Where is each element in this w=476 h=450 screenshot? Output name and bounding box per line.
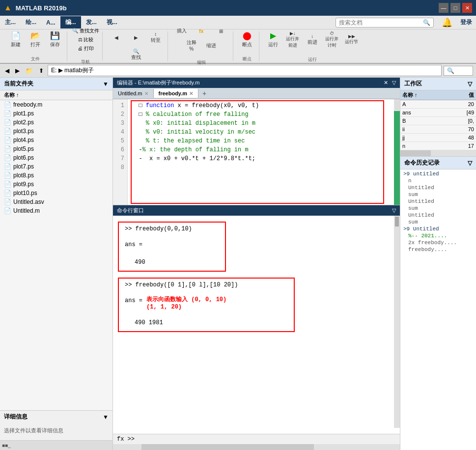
hist-item-0[interactable]: >9 untitled [402,170,474,177]
file-item-plot3[interactable]: 📄 plot3.ps [0,127,112,136]
ws-row-ii[interactable]: ii 70 [400,125,476,134]
hist-item-11[interactable]: freebody.... [402,246,474,253]
open-button[interactable]: 📂 打开 [27,30,44,49]
menu-editor[interactable]: 编... [60,16,81,28]
hist-item-4[interactable]: Untitled [402,198,474,205]
hist-item-2[interactable]: Untitled [402,184,474,191]
menu-plot[interactable]: 绘... [21,16,41,28]
goto-button[interactable]: ↕ 转至 [147,30,165,45]
detail-dropdown[interactable]: ▼ [103,414,109,421]
editor-scrollbar[interactable] [394,99,400,205]
ws-row-ans[interactable]: ans [49 [400,109,476,117]
notification-icon[interactable]: 🔔 [438,17,456,28]
menu-home[interactable]: 主... [0,16,21,28]
login-button[interactable]: 登录 [456,18,476,27]
close-button[interactable]: ✕ [462,3,472,13]
find-file-btn[interactable]: 🔍 查找文件 [72,28,99,34]
history-expand[interactable]: ▽ [468,160,472,167]
run-section-button[interactable]: ▶▶ 运行节 [343,33,361,46]
cmd-input-bar[interactable]: fx >> [113,434,400,444]
search-input[interactable] [339,19,423,26]
line-num-3: 3 [116,119,124,128]
tab-untitled[interactable]: Untitled.m ✕ [113,89,154,98]
hist-item-6[interactable]: Untitled [402,212,474,219]
menu-view[interactable]: 视... [102,16,122,28]
advance-button[interactable]: ↓ 前进 [304,32,321,47]
indent-button[interactable]: 缩进 [202,41,220,50]
hist-item-1[interactable]: n [402,177,474,184]
file-item-plot5[interactable]: 📄 plot5.ps [0,144,112,153]
nav-back-btn[interactable]: ◀ [3,66,11,75]
tab-untitled-close[interactable]: ✕ [144,91,148,96]
hist-item-10[interactable]: 2x freebody.... [402,239,474,246]
file-item-freebody[interactable]: 📄 freebody.m [0,100,112,109]
hist-item-3[interactable]: sum [402,191,474,198]
menu-app[interactable]: A... [41,17,60,28]
fx-button[interactable]: fx [193,28,210,35]
nav-up-btn[interactable]: ⬆ [37,66,46,75]
file-item-plot2[interactable]: 📄 plot2.ps [0,118,112,127]
run-button[interactable]: ▶ 运行 [264,30,282,49]
tab-add-button[interactable]: + [198,88,210,99]
matrix-button[interactable]: ⊞ [212,28,230,35]
file-item-plot9[interactable]: 📄 plot9.ps [0,180,112,189]
cmd-scroll-thumb[interactable] [395,217,399,226]
tab-freebody[interactable]: freebody.m ✕ [154,89,198,98]
compare-btn[interactable]: ⚖ 比较 [78,36,94,43]
hist-item-9[interactable]: %-- 2021.... [402,232,474,239]
breakpoint-button[interactable]: ⬤ 断点 [238,30,256,49]
file-item-plot10[interactable]: 📄 plot10.ps [0,189,112,197]
file-item-plot4[interactable]: 📄 plot4.ps [0,136,112,144]
file-icon: 📄 [4,137,11,143]
tab-freebody-close[interactable]: ✕ [189,91,193,96]
editor-close-icon[interactable]: ✕ [384,80,388,86]
cmd-expand-icon[interactable]: ▽ [392,207,396,214]
workspace-expand[interactable]: ▽ [468,81,472,87]
hist-item-7[interactable]: sum [402,219,474,225]
file-item-plot6[interactable]: 📄 plot6.ps [0,153,112,162]
ws-row-jj[interactable]: jj 48 [400,134,476,142]
nav-back-button[interactable]: ◀ [108,34,125,41]
comment-button[interactable]: 注释 % [183,38,200,53]
file-item-untitled-m[interactable]: 📄 Untitled.m [0,206,112,215]
maximize-button[interactable]: □ [450,3,460,13]
file-item-plot7[interactable]: 📄 plot7.ps [0,162,112,171]
nav-fwd-btn[interactable]: ▶ [13,66,22,75]
ws-scrollbar[interactable] [400,150,476,156]
ws-scroll-thumb[interactable] [400,150,431,156]
file-item-plot1[interactable]: 📄 plot1.ps [0,109,112,118]
print-btn[interactable]: 🖨 打印 [78,45,94,52]
run-time-button[interactable]: ⏱ 运行并 计时 [323,30,341,50]
file-item-untitled-asv[interactable]: 📄 Untitled.asv [0,197,112,206]
run-advance-button[interactable]: ▶↓ 运行并 前进 [284,30,302,50]
file-item-plot8[interactable]: 📄 plot8.ps [0,171,112,180]
cmd-scroll-h-thumb[interactable] [141,444,313,450]
insert-button[interactable]: 插入 [173,27,191,35]
nav-folder-icon: 📁 [24,66,35,75]
new-button[interactable]: 📄 新建 [7,30,25,49]
find-button[interactable]: 🔍 查找 [127,48,145,62]
cmd-scrollbar[interactable] [394,216,400,428]
minimize-button[interactable]: — [439,3,448,13]
ws-name-header: 名称 ↑ [402,91,449,99]
menu-publish[interactable]: 发... [81,16,102,28]
editor-expand-icon[interactable]: ▽ [392,80,396,86]
ws-row-B[interactable]: B [0, [400,117,476,125]
code-area[interactable]: □ function x = freebody(x0, v0, t) □ % c… [128,99,394,205]
nav-search[interactable]: 🔍 [444,66,473,76]
cmd-prompt-2: >> freebody([0 1],[0 l],[10 20]) [125,281,288,288]
cmd-scrollbar-horizontal[interactable] [113,444,400,450]
cmd-content[interactable]: >> freebody(0,0,10) ans = 490 >> freebod… [113,216,400,434]
search-box[interactable]: 🔍 [336,18,434,28]
save-button[interactable]: 💾 保存 [46,30,64,49]
cmd-titlebar: 命令行窗口 ▽ [113,205,400,216]
file-browser-dropdown[interactable]: ▼ [103,81,109,87]
hist-item-8[interactable]: >9 Untitled [402,225,474,232]
ws-row-A[interactable]: A 20 [400,100,476,109]
ws-row-n[interactable]: n 17 [400,142,476,150]
nav-path[interactable]: E: ▶ matlab例子 [48,65,442,76]
editor-scroll-thumb[interactable] [395,100,399,110]
hist-item-5[interactable]: sum [402,205,474,212]
left-panel: 当前文件夹 ▼ 名称 ↑ 📄 freebody.m 📄 plot1.ps 📄 p… [0,78,113,450]
nav-fwd-button[interactable]: ▶ [127,34,145,41]
